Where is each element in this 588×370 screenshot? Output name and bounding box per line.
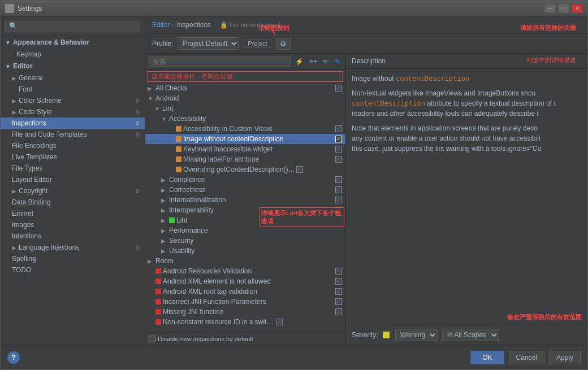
tree-item-missingjni[interactable]: Missing JNI function	[145, 307, 345, 317]
sidebar-item-spelling[interactable]: Spelling	[1, 253, 145, 264]
checkbox-labelfor[interactable]	[335, 156, 342, 163]
ok-button[interactable]: OK	[470, 351, 504, 364]
tree-item-customviews[interactable]: Accessibility in Custom Views	[145, 124, 345, 134]
tree-footer: Disable new inspections by default	[145, 333, 345, 345]
checkbox-i18n[interactable]	[335, 197, 342, 203]
sidebar-item-copyright[interactable]: ▶ Copyright ⚙	[1, 185, 145, 197]
tree-item-security[interactable]: ▶ Security	[145, 236, 345, 246]
sidebar-item-keymap[interactable]: Keymap	[1, 49, 145, 60]
tree-text-resval: Android Resources Validation	[163, 267, 335, 275]
profile-select[interactable]: Project Default	[178, 37, 239, 50]
sidebar-item-inspections[interactable]: Inspections ⚙	[1, 117, 145, 129]
sidebar-label-keymap: Keymap	[16, 50, 41, 58]
sidebar-item-editor[interactable]: ▼ Editor	[1, 60, 145, 72]
sidebar-item-databinding[interactable]: Data Binding	[1, 197, 145, 208]
tree-item-correctness[interactable]: ▶ Correctness	[145, 185, 345, 195]
tree-item-usability[interactable]: ▶ Usability	[145, 246, 345, 256]
sidebar-item-general[interactable]: ▶ General	[1, 72, 145, 84]
expand-icon-correctness: ▶	[161, 187, 169, 193]
disable-inspections-checkbox[interactable]	[149, 336, 155, 342]
tree-item-lint[interactable]: ▼ Lint	[145, 103, 345, 114]
tree-item-compliance[interactable]: ▶ Compliance	[145, 175, 345, 185]
annotation-lint-detail: 详细展示Lint各大类下各个检查项	[260, 207, 344, 227]
checkbox-overriding[interactable]	[296, 166, 303, 173]
checkbox-correctness[interactable]	[335, 186, 342, 193]
maximize-button[interactable]: □	[558, 4, 569, 13]
disable-inspections-text: Disable new inspections by default	[158, 336, 253, 342]
tree-collapse-btn[interactable]: ≡-	[321, 56, 331, 67]
tree-item-labelfor[interactable]: Missing labelFor attribute	[145, 154, 345, 164]
sidebar-item-filetypes[interactable]: File Types	[1, 163, 145, 174]
sidebar-label-layouteditor: Layout Editor	[12, 176, 52, 184]
sidebar-label-databinding: Data Binding	[12, 198, 51, 206]
checkbox-missingjni[interactable]	[335, 308, 342, 315]
tree-expand-btn[interactable]: ≡+	[308, 56, 319, 67]
settings-window: Settings ─ □ ✕ ▼ Appearance & Behavior K…	[0, 0, 588, 370]
checkbox-jni[interactable]	[335, 298, 342, 305]
sidebar-item-fileenc[interactable]: File Encodings	[1, 140, 145, 151]
breadcrumb-separator: ›	[172, 21, 174, 29]
sidebar-item-langinjections[interactable]: ▶ Language Injections ⚙	[1, 242, 145, 253]
tree-item-i18n[interactable]: ▶ Internationalization	[145, 195, 345, 205]
tree-text-keyboard: Keyboard inaccessible widget	[183, 145, 335, 153]
sidebar-item-intentions[interactable]: Intentions	[1, 230, 145, 242]
sidebar-item-font[interactable]: Font	[1, 84, 145, 95]
tree-item-allchecks[interactable]: ▶ All Checks	[145, 83, 345, 93]
tree-filter-btn[interactable]: ⚡	[293, 56, 305, 67]
color-box-customviews	[176, 126, 181, 132]
tree-item-android[interactable]: ▼ Android	[145, 93, 345, 103]
tree-item-imgdesc[interactable]: Image without contentDescription	[145, 134, 345, 144]
tree-item-xmlelement[interactable]: Android XML element is not allowed	[145, 276, 345, 286]
sidebar-item-filetempl[interactable]: File and Code Templates ⚙	[1, 129, 145, 140]
tree-item-room[interactable]: ▶ Room	[145, 256, 345, 266]
code-contentdesc: contentDescription	[396, 75, 469, 82]
main-content: ▼ Appearance & Behavior Keymap ▼ Editor …	[1, 16, 587, 345]
scope-select[interactable]: In All Scopes	[442, 329, 499, 341]
breadcrumb-parent[interactable]: Editor	[152, 21, 170, 29]
tree-item-nonconstant[interactable]: Non-constant resource ID in a switch sta…	[145, 317, 345, 327]
checkbox-allchecks[interactable]	[335, 85, 342, 92]
sidebar-label-editor: Editor	[13, 62, 33, 70]
tree-text-room: Room	[155, 257, 342, 265]
apply-button[interactable]: Apply	[549, 351, 581, 364]
sidebar-item-appearance[interactable]: ▼ Appearance & Behavior	[1, 36, 145, 49]
expand-icon-accessibility: ▼	[161, 116, 169, 122]
checkbox-keyboard[interactable]	[335, 146, 342, 153]
cancel-button[interactable]: Cancel	[509, 351, 544, 364]
checkbox-imgdesc[interactable]	[335, 136, 342, 142]
sidebar-item-livetemplates[interactable]: Live Templates	[1, 151, 145, 163]
tree-text-compliance: Compliance	[169, 176, 335, 184]
sidebar-item-colorscheme[interactable]: ▶ Color Scheme ⚙	[1, 95, 145, 106]
tree-search-input[interactable]	[149, 56, 291, 67]
checkbox-customviews[interactable]	[335, 125, 342, 132]
checkbox-xmlroot[interactable]	[335, 288, 342, 295]
expand-codestyle: ▶	[12, 109, 16, 115]
profile-filter-button[interactable]: ⚙	[276, 38, 291, 50]
tree-item-overriding[interactable]: Overriding getContentDescription() on a …	[145, 164, 345, 175]
checkbox-nonconstant[interactable]	[276, 319, 283, 325]
tree-item-accessibility[interactable]: ▼ Accessibility	[145, 114, 345, 124]
sidebar-item-codestyle[interactable]: ▶ Code Style ⚙	[1, 106, 145, 117]
tree-text-nonconstant: Non-constant resource ID in a switch sta…	[163, 318, 276, 326]
tree-edit-btn[interactable]: ✎	[333, 56, 342, 67]
minimize-button[interactable]: ─	[544, 4, 556, 13]
checkbox-resval[interactable]	[335, 268, 342, 275]
help-button[interactable]: ?	[7, 351, 20, 364]
tree-item-perf[interactable]: ▶ Performance	[145, 225, 345, 236]
close-button[interactable]: ✕	[572, 4, 583, 13]
sidebar-search-container	[1, 16, 145, 36]
severity-select[interactable]: Warning	[395, 329, 438, 341]
checkbox-xmlelement[interactable]	[335, 278, 342, 285]
sidebar-search-input[interactable]	[5, 20, 140, 32]
sidebar-item-images[interactable]: Images	[1, 219, 145, 230]
tree-item-jni[interactable]: Incorrect JNI Function Parameters	[145, 297, 345, 307]
disable-inspections-label: Disable new inspections by default	[149, 336, 253, 342]
expand-general: ▶	[12, 75, 16, 81]
sidebar-item-layouteditor[interactable]: Layout Editor	[1, 174, 145, 185]
sidebar-item-emmet[interactable]: Emmet	[1, 208, 145, 219]
tree-item-xmlroot[interactable]: Android XML root tag validation	[145, 286, 345, 297]
sidebar-item-todo[interactable]: TODO	[1, 264, 145, 276]
tree-item-resval[interactable]: Android Resources Validation	[145, 266, 345, 276]
tree-item-keyboard[interactable]: Keyboard inaccessible widget	[145, 144, 345, 154]
checkbox-compliance[interactable]	[335, 176, 342, 183]
